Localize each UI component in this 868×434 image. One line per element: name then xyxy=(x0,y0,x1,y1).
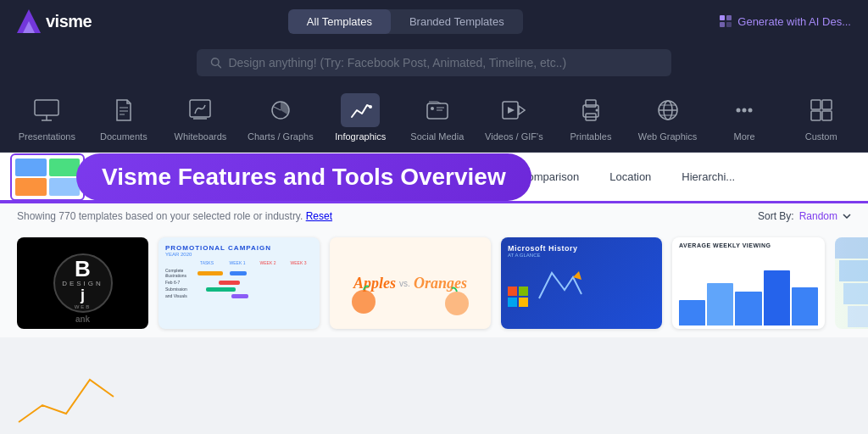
sort-chevron-icon xyxy=(843,214,851,219)
bj-logo-design: B DESIGN j WEB xyxy=(53,253,113,313)
category-more[interactable]: More xyxy=(715,93,774,142)
gantt-bar xyxy=(198,271,223,275)
more-icon-box xyxy=(725,93,764,127)
sort-value[interactable]: Random xyxy=(799,210,837,222)
categories-row: Presentations Documents Whiteboards xyxy=(0,86,868,153)
category-printables[interactable]: Printables xyxy=(561,93,620,142)
documents-icon xyxy=(114,98,134,122)
charts-icon-box xyxy=(261,93,300,127)
chart-bar-col xyxy=(764,270,790,326)
chart-area xyxy=(672,250,825,329)
social-media-label: Social Media xyxy=(410,131,464,142)
svg-rect-52 xyxy=(848,306,868,327)
charts-icon xyxy=(269,98,292,122)
category-charts[interactable]: Charts / Graphs xyxy=(248,93,314,142)
more-label: More xyxy=(734,131,755,142)
svg-point-18 xyxy=(369,105,372,108)
visme-logo-icon xyxy=(17,9,41,33)
svg-point-29 xyxy=(595,109,598,112)
template-card-compare[interactable]: Apples vs. Oranges xyxy=(330,237,491,329)
gantt-bar xyxy=(206,287,236,292)
category-social-media[interactable]: Social Media xyxy=(408,93,467,142)
chart-bar xyxy=(735,292,761,326)
all-filter-thumbnail xyxy=(10,153,85,201)
infographics-icon-box xyxy=(341,93,380,127)
infographics-icon xyxy=(348,98,372,122)
template-cards-row: B DESIGN j WEB ank PROMOTIONAL CAMPAIGN … xyxy=(0,229,868,337)
history-map-icon xyxy=(535,264,586,307)
web-graphics-label: Web Graphics xyxy=(638,131,698,142)
results-count-text: Sho xyxy=(17,210,35,222)
template-card-logo[interactable]: B DESIGN j WEB ank xyxy=(17,237,148,329)
chart-bar-col xyxy=(735,292,761,326)
results-detail: wing 770 templates based on your selecte… xyxy=(35,210,303,222)
process-filter-tab[interactable]: Process xyxy=(434,154,504,203)
timeline-filter-tab[interactable]: Timeline xyxy=(362,154,434,203)
custom-icon-box xyxy=(802,93,841,127)
apple-shape xyxy=(347,283,381,320)
gantt-bar xyxy=(219,281,240,285)
category-whiteboards[interactable]: Whiteboards xyxy=(170,93,230,142)
svg-rect-39 xyxy=(822,100,832,109)
featured-filter-tab[interactable]: Featured xyxy=(116,154,191,203)
category-infographics[interactable]: Infographics xyxy=(331,93,390,142)
svg-point-35 xyxy=(737,108,741,113)
svg-rect-47 xyxy=(519,298,528,307)
category-custom[interactable]: Custom xyxy=(792,93,851,142)
sort-label: Sort By: xyxy=(758,210,794,222)
logo-area: visme xyxy=(17,9,92,33)
chart-bar xyxy=(764,270,790,326)
history-subtitle: AT A GLANCE xyxy=(508,253,655,258)
reset-link[interactable]: Reset xyxy=(306,210,332,222)
comparison-filter-tab[interactable]: Comparison xyxy=(504,154,594,203)
all-templates-tab[interactable]: All Templates xyxy=(288,9,391,34)
category-presentations[interactable]: Presentations xyxy=(17,93,76,142)
bj-sub-text: WEB xyxy=(75,304,92,309)
svg-rect-2 xyxy=(720,15,725,20)
printables-icon xyxy=(579,98,603,122)
presentations-icon xyxy=(33,98,60,122)
bj-circle: B DESIGN j WEB xyxy=(53,253,113,313)
documents-icon-box xyxy=(104,93,143,127)
promo-subtitle: YEAR 2020 xyxy=(165,252,313,257)
svg-point-20 xyxy=(431,107,434,110)
filter-tabs-row: All Featured Statistical Informational T… xyxy=(0,153,868,203)
svg-point-43 xyxy=(445,292,469,315)
chart-bar-col xyxy=(679,300,705,326)
location-filter-tab[interactable]: Location xyxy=(594,154,666,203)
promo-card-inner: PROMOTIONAL CAMPAIGN YEAR 2020 TASKS WEE… xyxy=(159,237,320,329)
template-card-history[interactable]: Microsoft History AT A GLANCE xyxy=(501,237,662,329)
search-bar-container xyxy=(197,49,671,76)
svg-point-42 xyxy=(352,290,376,314)
chart-bar xyxy=(707,283,733,326)
all-filter-label[interactable]: All xyxy=(92,170,106,183)
thumb-block xyxy=(15,159,47,176)
branded-templates-tab[interactable]: Branded Templates xyxy=(391,9,523,34)
svg-rect-19 xyxy=(427,103,448,119)
svg-marker-24 xyxy=(519,106,525,114)
bj-letter-j: j xyxy=(81,287,85,303)
chart-title: AVERAGE WEEKLY VIEWING xyxy=(672,237,825,250)
thumb-block xyxy=(49,159,81,176)
gantt-label: Submission xyxy=(165,287,195,292)
template-card-partial[interactable] xyxy=(835,237,868,329)
custom-label: Custom xyxy=(805,131,837,142)
template-card-promo[interactable]: PROMOTIONAL CAMPAIGN YEAR 2020 TASKS WEE… xyxy=(159,237,320,329)
informational-filter-tab[interactable]: Informational xyxy=(268,154,362,203)
orange-shape xyxy=(440,285,474,322)
history-title: Microsoft History xyxy=(508,244,655,253)
compare-vs: vs. xyxy=(399,279,410,288)
category-documents[interactable]: Documents xyxy=(94,93,153,142)
category-web-graphics[interactable]: Web Graphics xyxy=(638,93,698,142)
charts-label: Charts / Graphs xyxy=(248,131,314,142)
statistical-filter-tab[interactable]: Statistical xyxy=(191,154,269,203)
search-input[interactable] xyxy=(228,56,658,70)
hierarchy-filter-tab[interactable]: Hierarchi... xyxy=(666,154,750,203)
template-card-chart[interactable]: AVERAGE WEEKLY VIEWING xyxy=(672,237,825,329)
svg-rect-41 xyxy=(822,111,832,120)
svg-rect-8 xyxy=(35,100,58,115)
ai-generate-button[interactable]: Generate with AI Des... xyxy=(719,14,851,28)
bj-letter-b: B xyxy=(75,258,91,280)
category-videos[interactable]: Videos / GIF's xyxy=(484,93,543,142)
svg-rect-5 xyxy=(726,22,732,27)
